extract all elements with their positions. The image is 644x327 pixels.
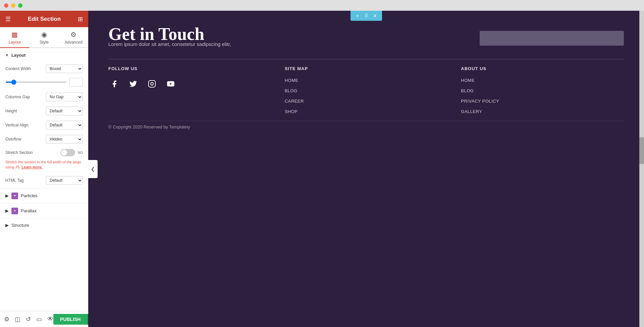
particles-icon: ✦	[11, 193, 18, 199]
tab-style-label: Style	[40, 40, 49, 45]
particles-header[interactable]: ▶ ✦ Particles	[0, 188, 88, 203]
overflow-control: Hidden Auto Visible	[46, 135, 83, 144]
follow-us-column: FOLLOW US	[108, 66, 271, 114]
toolbar-left: ⚙ ◫ ↺ ▭ 👁	[4, 316, 53, 323]
collapse-sidebar-button[interactable]: ❮	[88, 160, 98, 178]
site-map-shop[interactable]: SHOP	[285, 109, 448, 114]
vertical-align-control: Default Top Middle Bottom	[46, 121, 83, 129]
youtube-icon[interactable]	[165, 78, 177, 90]
height-label: Height	[5, 109, 46, 113]
height-select[interactable]: Default Fit to Screen Min Height	[46, 107, 83, 115]
tabs: ▦ Layout ◉ Style ⚙ Advanced	[0, 27, 88, 48]
sidebar: ☰ Edit Section ⊞ ▦ Layout ◉ Style ⚙ Adva…	[0, 11, 88, 327]
desktop-icon[interactable]: ▭	[36, 316, 42, 323]
stretch-section-label: Stretch Section	[5, 150, 60, 155]
maximize-button[interactable]	[18, 3, 22, 8]
hamburger-icon[interactable]: ☰	[5, 15, 11, 23]
site-map-column: SITE MAP HOME BLOG CAREER SHOP	[285, 66, 448, 114]
history-icon[interactable]: ↺	[26, 316, 31, 323]
columns-gap-control: No Gap Narrow Default	[46, 93, 83, 101]
canvas-topbar: + ⠿ ✕	[351, 11, 382, 21]
footer-divider	[108, 59, 624, 59]
slider-container	[0, 76, 88, 91]
columns-gap-select[interactable]: No Gap Narrow Default	[46, 93, 83, 101]
content-width-select[interactable]: Boxed Full Width	[46, 64, 83, 73]
publish-button[interactable]: PUBLISH	[53, 314, 87, 325]
particles-label: Particles	[21, 193, 38, 198]
toggle-knob	[61, 150, 67, 156]
layout-section-header[interactable]: ▼ Layout	[0, 48, 88, 62]
tab-layout[interactable]: ▦ Layout	[0, 27, 30, 48]
stretch-toggle-container: NO	[60, 149, 83, 156]
structure-header[interactable]: ▶ Structure	[0, 219, 88, 232]
overflow-select[interactable]: Hidden Auto Visible	[46, 135, 83, 144]
width-slider[interactable]	[5, 81, 67, 83]
particles-section: ▶ ✦ Particles	[0, 188, 88, 203]
columns-gap-group: Columns Gap No Gap Narrow Default	[0, 91, 88, 105]
publish-btn-group: PUBLISH ▲	[53, 314, 88, 325]
vertical-align-group: Vertical Align Default Top Middle Bottom	[0, 119, 88, 133]
tab-style[interactable]: ◉ Style	[30, 27, 59, 48]
about-us-title: ABOUT US	[461, 66, 624, 71]
particles-arrow-icon: ▶	[5, 193, 9, 198]
vertical-align-label: Vertical Align	[5, 123, 46, 127]
tab-advanced-label: Advanced	[64, 40, 82, 45]
layers-icon[interactable]: ◫	[15, 316, 20, 323]
settings-icon[interactable]: ⚙	[4, 316, 9, 323]
columns-gap-label: Columns Gap	[5, 95, 46, 99]
svg-rect-0	[149, 80, 155, 87]
titlebar	[0, 0, 644, 11]
sidebar-title: Edit Section	[28, 16, 61, 22]
facebook-icon[interactable]	[108, 78, 120, 90]
move-section-button[interactable]: ⠿	[363, 12, 370, 19]
about-us-home[interactable]: HOME	[461, 78, 624, 83]
section-subtitle: Lorem ipsum dolor sit amet, consetetur s…	[108, 41, 231, 47]
sidebar-header: ☰ Edit Section ⊞	[0, 11, 88, 27]
learn-more-link[interactable]: Learn more.	[21, 165, 43, 169]
about-us-blog[interactable]: BLOG	[461, 88, 624, 93]
structure-label: Structure	[11, 223, 29, 228]
content-width-label: Content Width	[5, 66, 46, 71]
toggle-no-label: NO	[78, 151, 83, 155]
height-control: Default Fit to Screen Min Height	[46, 107, 83, 115]
about-us-gallery[interactable]: GALLERY	[461, 109, 624, 114]
html-tag-group: HTML Tag Default header footer main	[0, 174, 88, 188]
about-us-privacy[interactable]: PRIVACY POLICY	[461, 99, 624, 104]
scrollbar-thumb[interactable]	[639, 137, 644, 164]
close-button[interactable]	[4, 3, 8, 8]
parallax-icon: ✦	[11, 208, 18, 214]
about-us-column: ABOUT US HOME BLOG PRIVACY POLICY GALLER…	[461, 66, 624, 114]
twitter-icon[interactable]	[127, 78, 139, 90]
site-map-links: HOME BLOG CAREER SHOP	[285, 78, 448, 114]
site-map-blog[interactable]: BLOG	[285, 88, 448, 93]
stretch-toggle[interactable]	[60, 149, 75, 156]
add-section-button[interactable]: +	[354, 12, 361, 19]
scrollbar[interactable]	[639, 11, 644, 327]
vertical-align-select[interactable]: Default Top Middle Bottom	[46, 121, 83, 129]
collapse-arrow-icon: ❮	[91, 166, 95, 172]
site-map-home[interactable]: HOME	[285, 78, 448, 83]
html-tag-select[interactable]: Default header footer main	[46, 176, 83, 185]
canvas-area: + ⠿ ✕ ❮ Get in Touch Lorem ipsum dolor s…	[88, 11, 644, 327]
instagram-icon[interactable]	[146, 78, 158, 90]
parallax-label: Parallax	[21, 208, 37, 213]
overflow-group: Overflow Hidden Auto Visible	[0, 133, 88, 147]
grid-icon[interactable]: ⊞	[78, 15, 83, 23]
slider-value-input[interactable]	[69, 78, 83, 87]
tab-layout-label: Layout	[9, 40, 21, 45]
parallax-header[interactable]: ▶ ✦ Parallax	[0, 204, 88, 218]
structure-section: ▶ Structure	[0, 218, 88, 232]
sidebar-content: ▼ Layout Content Width Boxed Full Width	[0, 48, 88, 311]
advanced-tab-icon: ⚙	[70, 31, 76, 39]
minimize-button[interactable]	[11, 3, 15, 8]
layout-tab-icon: ▦	[11, 31, 18, 39]
helper-text: Stretch the section to the full width of…	[0, 160, 88, 174]
site-map-career[interactable]: CAREER	[285, 99, 448, 104]
footer-hero-row: Get in Touch Lorem ipsum dolor sit amet,…	[108, 24, 624, 47]
delete-section-button[interactable]: ✕	[371, 12, 379, 19]
footer-columns: FOLLOW US	[108, 66, 624, 121]
tab-advanced[interactable]: ⚙ Advanced	[59, 27, 88, 48]
parallax-section: ▶ ✦ Parallax	[0, 203, 88, 218]
eye-icon[interactable]: 👁	[47, 316, 53, 323]
email-input-placeholder[interactable]	[480, 31, 624, 46]
